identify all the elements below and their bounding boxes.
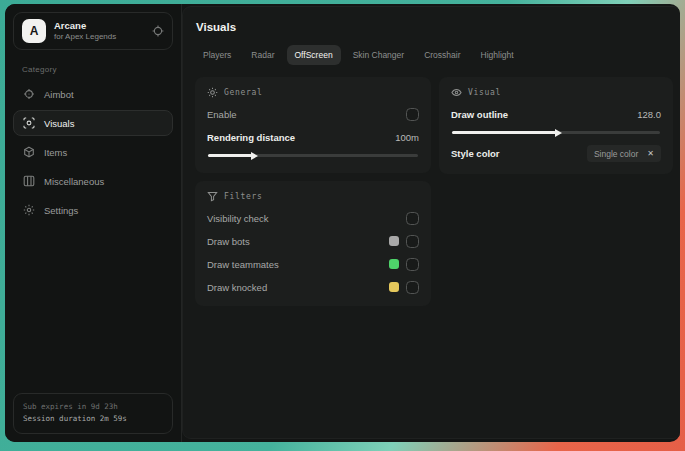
app-title-block: Arcane for Apex Legends: [54, 20, 144, 42]
general-panel-title: General: [224, 88, 263, 97]
style-color-row: Style color Single color ✕: [451, 145, 661, 162]
slider-thumb[interactable]: [555, 129, 562, 137]
tab-radar[interactable]: Radar: [243, 45, 282, 65]
filters-panel-title: Filters: [224, 192, 263, 201]
eye-icon: [451, 87, 462, 98]
enable-checkbox[interactable]: [406, 108, 419, 121]
app-logo: A: [22, 19, 46, 43]
tab-players[interactable]: Players: [195, 45, 239, 65]
rendering-distance-value: 100m: [395, 132, 419, 143]
sidebar-item-visuals[interactable]: Visuals: [13, 110, 173, 136]
main-content: Visuals Players Radar OffScreen Skin Cha…: [182, 6, 680, 439]
draw-bots-checkbox[interactable]: [406, 235, 419, 248]
slider-thumb[interactable]: [251, 152, 258, 160]
eye-scan-icon: [23, 117, 35, 129]
draw-knocked-label: Draw knocked: [207, 282, 267, 293]
crosshair-target-icon[interactable]: [152, 25, 164, 37]
page-title: Visuals: [196, 21, 673, 33]
sub-expires-text: Sub expires in 9d 23h: [23, 401, 163, 414]
rendering-distance-row: Rendering distance 100m: [207, 130, 419, 144]
sun-icon: [207, 87, 218, 98]
visual-panel-title: Visual: [468, 88, 501, 97]
right-column: Visual Draw outline 128.0 Style color: [439, 77, 673, 174]
visibility-check-checkbox[interactable]: [406, 212, 419, 225]
sidebar-item-label: Settings: [44, 205, 78, 216]
rendering-distance-label: Rendering distance: [207, 132, 295, 143]
draw-teammates-label: Draw teammates: [207, 259, 279, 270]
visibility-check-label: Visibility check: [207, 213, 269, 224]
panels-area: General Enable Rendering distance 100m: [195, 77, 673, 306]
style-color-tag[interactable]: Single color ✕: [587, 145, 661, 162]
app-window: A Arcane for Apex Legends Category A: [5, 4, 680, 442]
draw-bots-controls: [389, 235, 419, 248]
sidebar-item-settings[interactable]: Settings: [13, 197, 173, 223]
slider-fill: [452, 131, 556, 134]
category-label: Category: [22, 65, 173, 74]
enable-label: Enable: [207, 109, 237, 120]
tab-highlight[interactable]: Highlight: [473, 45, 522, 65]
layout-icon: [23, 175, 35, 187]
enable-row: Enable: [207, 107, 419, 121]
draw-teammates-controls: [389, 258, 419, 271]
draw-outline-value: 128.0: [637, 109, 661, 120]
draw-knocked-controls: [389, 281, 419, 294]
filters-panel-header: Filters: [207, 191, 419, 202]
left-column: General Enable Rendering distance 100m: [195, 77, 431, 306]
draw-teammates-color-swatch[interactable]: [389, 259, 399, 269]
session-duration-text: Session duration 2m 59s: [23, 413, 163, 426]
box-icon: [23, 146, 35, 158]
remove-icon[interactable]: ✕: [647, 149, 654, 158]
style-color-value: Single color: [594, 149, 638, 159]
sidebar-item-label: Visuals: [44, 118, 74, 129]
visual-panel: Visual Draw outline 128.0 Style color: [439, 77, 673, 174]
draw-bots-row: Draw bots: [207, 234, 419, 248]
crosshair-icon: [23, 88, 35, 100]
draw-bots-label: Draw bots: [207, 236, 250, 247]
funnel-icon: [207, 191, 218, 202]
draw-knocked-color-swatch[interactable]: [389, 282, 399, 292]
general-panel-header: General: [207, 87, 419, 98]
draw-teammates-row: Draw teammates: [207, 257, 419, 271]
general-panel: General Enable Rendering distance 100m: [195, 77, 431, 173]
filters-panel: Filters Visibility check Draw bots: [195, 181, 431, 306]
sidebar: A Arcane for Apex Legends Category A: [5, 4, 182, 442]
gear-icon: [23, 204, 35, 216]
app-name: Arcane: [54, 20, 144, 32]
sidebar-nav: Aimbot Visuals Items: [13, 81, 173, 226]
draw-outline-row: Draw outline 128.0: [451, 107, 661, 121]
tab-offscreen[interactable]: OffScreen: [287, 45, 341, 65]
tab-skin-changer[interactable]: Skin Changer: [345, 45, 413, 65]
draw-outline-label: Draw outline: [451, 109, 508, 120]
visibility-check-row: Visibility check: [207, 211, 419, 225]
visual-panel-header: Visual: [451, 87, 661, 98]
rendering-distance-slider[interactable]: [208, 154, 418, 157]
sidebar-item-items[interactable]: Items: [13, 139, 173, 165]
sidebar-item-label: Items: [44, 147, 67, 158]
subscription-info-card: Sub expires in 9d 23h Session duration 2…: [13, 393, 173, 435]
draw-knocked-row: Draw knocked: [207, 280, 419, 294]
tab-crosshair[interactable]: Crosshair: [416, 45, 468, 65]
sidebar-item-label: Aimbot: [44, 89, 74, 100]
sidebar-item-label: Miscellaneous: [44, 176, 104, 187]
slider-fill: [208, 154, 252, 157]
app-logo-letter: A: [30, 24, 39, 38]
draw-knocked-checkbox[interactable]: [406, 281, 419, 294]
style-color-label: Style color: [451, 148, 500, 159]
draw-outline-slider[interactable]: [452, 131, 660, 134]
sidebar-item-aimbot[interactable]: Aimbot: [13, 81, 173, 107]
app-subtitle: for Apex Legends: [54, 32, 144, 42]
app-header: A Arcane for Apex Legends: [13, 12, 173, 50]
draw-teammates-checkbox[interactable]: [406, 258, 419, 271]
sidebar-item-miscellaneous[interactable]: Miscellaneous: [13, 168, 173, 194]
draw-bots-color-swatch[interactable]: [389, 236, 399, 246]
tab-bar: Players Radar OffScreen Skin Changer Cro…: [195, 45, 673, 65]
sidebar-spacer: [13, 226, 173, 393]
